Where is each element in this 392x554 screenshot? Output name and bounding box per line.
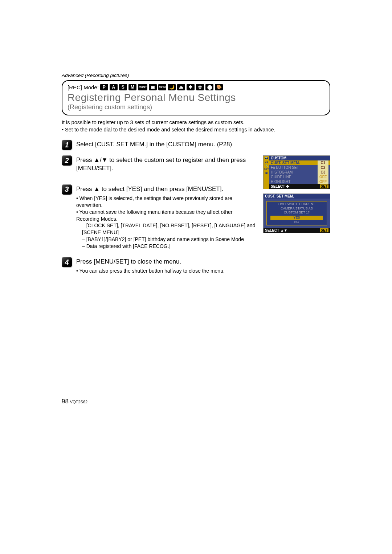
- mode-badge-macro1: ✾: [187, 84, 195, 90]
- ss1-row-custsetmem: CUST. SET MEM. C1: [269, 160, 330, 165]
- section-header: Advanced (Recording pictures): [62, 73, 330, 78]
- step-4: 4 Press [MENU/SET] to close the menu. Yo…: [62, 257, 330, 274]
- step-4-title: Press [MENU/SET] to close the menu.: [76, 258, 330, 266]
- title-box: [REC] Mode: P A S M CUST ▣ SCN 🌙 ⛰ ✾ ✿ ⬤…: [62, 80, 330, 115]
- step-3-sub-1: [CLOCK SET], [TRAVEL DATE], [NO.RESET], …: [76, 222, 256, 236]
- intro-line-1: It is possible to register up to 3 sets …: [62, 119, 245, 125]
- step-number-icon: 4: [62, 257, 72, 267]
- mode-badge-scn: SCN: [158, 84, 166, 90]
- ss2-dialog: OVERWRITE CURRENT CAMERA STATUS AS CUSTO…: [266, 201, 327, 225]
- step-3: 3 Press ▲ to select [YES] and then press…: [62, 184, 256, 250]
- mode-badge-color: 🎨: [215, 84, 223, 90]
- ss1-row-highlight: HIGHLIGHT OFF: [269, 179, 330, 184]
- step-body: Press [MENU/SET] to close the menu. You …: [76, 257, 330, 274]
- ss2-footer: SELECT ▲▼ SET: [264, 228, 330, 233]
- ss2-dialog-line: CUSTOM SET 1?: [267, 211, 327, 215]
- mode-badge-m: M: [128, 84, 136, 90]
- step-3-title: Press ▲ to select [YES] and then press […: [76, 185, 256, 194]
- intro-text: It is possible to register up to 3 sets …: [62, 119, 330, 133]
- sidebar-icon: C1: [265, 160, 268, 163]
- mode-badge-dot: ⬤: [205, 84, 213, 90]
- ss2-header: CUST. SET MEM.: [264, 194, 330, 199]
- ss2-dialog-line: CAMERA STATUS AS: [267, 207, 327, 211]
- sidebar-icon: SET: [264, 168, 269, 171]
- ss1-footer: SELECT ✥ SET: [269, 184, 330, 189]
- doc-id: VQT2S62: [70, 400, 87, 404]
- page-footer: 98 VQT2S62: [62, 398, 330, 405]
- ss1-row-histogram: HISTOGRAM C3: [269, 170, 330, 175]
- camera-screenshot-custom-menu: 📷 C1 🔧 SET ▣ CUSTOM CUST. SET MEM. C1: [263, 155, 330, 189]
- sidebar-icon: 🔧: [265, 164, 268, 167]
- mode-badge-a: A: [110, 84, 118, 90]
- mode-badge-video: ▣: [149, 84, 157, 90]
- ss1-row-val: C3: [318, 170, 328, 175]
- camera-screenshots: 📷 C1 🔧 SET ▣ CUSTOM CUST. SET MEM. C1: [263, 155, 330, 255]
- camera-screenshot-confirm-dialog: CUST. SET MEM. OVERWRITE CURRENT CAMERA …: [263, 194, 330, 233]
- ss1-header: CUSTOM: [269, 156, 330, 160]
- mode-badge-macro2: ✿: [196, 84, 204, 90]
- step-body: Select [CUST. SET MEM.] in the [CUSTOM] …: [76, 140, 330, 150]
- mode-badge-night: 🌙: [168, 84, 176, 90]
- step-3-note-1: When [YES] is selected, the settings tha…: [76, 195, 256, 209]
- step-number-icon: 3: [62, 184, 72, 195]
- sidebar-icon: 📷: [265, 156, 268, 159]
- page-subtitle: (Registering custom settings): [68, 103, 324, 111]
- ss1-row-label: Fn BUTTON SET: [271, 165, 299, 170]
- intro-line-2: Set to the mode dial to the desired mode…: [65, 127, 275, 133]
- step-3-sub-3: Data registered with [FACE RECOG.]: [76, 243, 256, 250]
- ss1-row-label: CUST. SET MEM.: [271, 160, 300, 165]
- ss2-dialog-line: OVERWRITE CURRENT: [267, 202, 327, 207]
- ss1-row-val: C1: [318, 160, 328, 165]
- ss1-row-label: GUIDE LINE: [271, 175, 291, 179]
- step-1-title: Select [CUST. SET MEM.] in the [CUSTOM] …: [76, 140, 330, 149]
- ss1-footer-select: SELECT ✥: [271, 184, 289, 188]
- manual-page: Advanced (Recording pictures) [REC] Mode…: [0, 0, 392, 434]
- step-body: Press ▲/▼ to select the custom set to re…: [76, 155, 256, 174]
- step-number-icon: 1: [62, 140, 72, 150]
- ss1-row-val: OFF: [318, 175, 328, 179]
- ss1-footer-set: SET: [320, 184, 328, 188]
- rec-mode-label: [REC] Mode:: [68, 84, 99, 90]
- page-title: Registering Personal Menu Settings: [68, 92, 324, 103]
- step-4-note-1: You can also press the shutter button ha…: [76, 268, 330, 274]
- ss1-row-guideline: GUIDE LINE OFF: [269, 175, 330, 179]
- step-2-title: Press ▲/▼ to select the custom set to re…: [76, 156, 256, 173]
- ss2-yes-option: YES: [270, 216, 323, 220]
- ss1-row-label: HIGHLIGHT: [271, 179, 290, 184]
- ss1-row-label: HISTOGRAM: [271, 170, 293, 175]
- mode-badge-landscape: ⛰: [177, 84, 185, 90]
- mode-badge-cust: CUST: [138, 84, 148, 90]
- ss2-no-option: NO: [270, 220, 323, 224]
- step-1: 1 Select [CUST. SET MEM.] in the [CUSTOM…: [62, 140, 330, 150]
- step-4-notes: You can also press the shutter button ha…: [76, 268, 330, 274]
- ss1-row-val: C2: [318, 165, 328, 170]
- step-3-note-2: You cannot save the following menu items…: [76, 209, 256, 223]
- step-number-icon: 2: [62, 155, 72, 166]
- mode-badge-p: P: [100, 84, 108, 90]
- ss1-sidebar: 📷 C1 🔧 SET ▣: [264, 156, 269, 189]
- mode-badge-s: S: [119, 84, 127, 90]
- rec-mode-row: [REC] Mode: P A S M CUST ▣ SCN 🌙 ⛰ ✾ ✿ ⬤…: [68, 84, 324, 90]
- step-3-notes: When [YES] is selected, the settings tha…: [76, 195, 256, 250]
- ss1-row-fnbutton: Fn BUTTON SET C2: [269, 165, 330, 170]
- ss2-footer-set: SET: [320, 228, 328, 232]
- step-2: 2 Press ▲/▼ to select the custom set to …: [62, 155, 256, 174]
- page-number: 98: [62, 398, 69, 405]
- ss2-footer-select: SELECT ▲▼: [265, 228, 287, 232]
- step-body: Press ▲ to select [YES] and then press […: [76, 184, 256, 250]
- step-3-sub-2: [BABY1]/[BABY2] or [PET] birthday and na…: [76, 236, 256, 243]
- ss1-row-val: OFF: [318, 179, 328, 184]
- sidebar-icon: ▣: [265, 172, 268, 175]
